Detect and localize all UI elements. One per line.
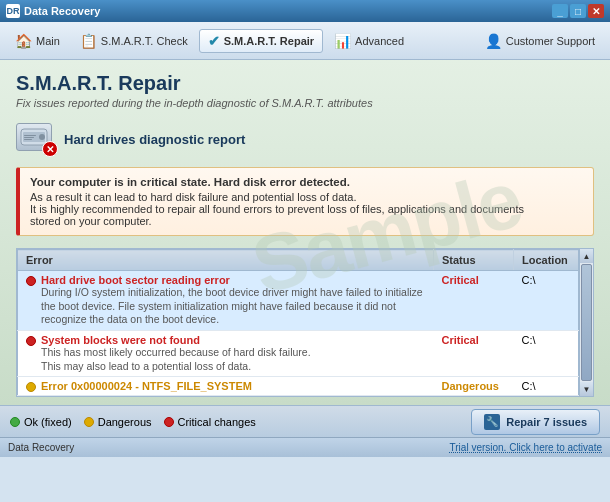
window-controls[interactable]: _ □ ✕ (552, 4, 604, 18)
toolbar-smart-check-label: S.M.A.R.T. Check (101, 35, 188, 47)
status-bar-left: Data Recovery (8, 442, 74, 453)
main-content: Sample S.M.A.R.T. Repair Fix issues repo… (0, 60, 610, 405)
clipboard-icon: 📋 (80, 33, 97, 49)
status-cell-1: Critical (434, 271, 514, 331)
page-subtitle: Fix issues reported during the in-depth … (16, 97, 594, 109)
toolbar-advanced-button[interactable]: 📊 Advanced (325, 29, 413, 53)
svg-rect-4 (24, 137, 34, 138)
title-bar: DR Data Recovery _ □ ✕ (0, 0, 610, 22)
footer: Ok (fixed) Dangerous Critical changes 🔧 … (0, 405, 610, 437)
warning-title: Your computer is in critical state. Hard… (30, 176, 583, 188)
status-dot-red-2 (26, 336, 36, 346)
status-label-2: Critical (442, 334, 479, 346)
toolbar: 🏠 Main 📋 S.M.A.R.T. Check ✔ S.M.A.R.T. R… (0, 22, 610, 60)
repair-icon: 🔧 (484, 414, 500, 430)
toolbar-smart-check-button[interactable]: 📋 S.M.A.R.T. Check (71, 29, 197, 53)
status-bar-right[interactable]: Trial version. Click here to activate (450, 442, 602, 453)
legend-item-ok: Ok (fixed) (10, 416, 72, 428)
error-desc-1: During I/O system initialization, the bo… (41, 286, 423, 325)
legend-dot-red (164, 417, 174, 427)
scroll-up-button[interactable]: ▲ (580, 249, 593, 263)
customer-support-button[interactable]: 👤 Customer Support (476, 29, 604, 53)
status-cell-3: Dangerous (434, 377, 514, 396)
legend-dangerous-label: Dangerous (98, 416, 152, 428)
toolbar-smart-repair-label: S.M.A.R.T. Repair (224, 35, 314, 47)
repair-button[interactable]: 🔧 Repair 7 issues (471, 409, 600, 435)
status-dot-red-1 (26, 276, 36, 286)
location-cell-2: C:\ (514, 330, 579, 376)
location-cell-1: C:\ (514, 271, 579, 331)
svg-point-2 (39, 134, 45, 140)
error-table: Error Status Location Hard drive boot se… (17, 249, 579, 396)
warning-line-1: As a result it can lead to hard disk fai… (30, 191, 357, 203)
table-row[interactable]: Error 0x00000024 - NTFS_FILE_SYSTEM Dang… (18, 377, 579, 396)
table-row[interactable]: Hard drive boot sector reading error Dur… (18, 271, 579, 331)
drive-icon-wrap: ✕ (16, 123, 56, 155)
chart-icon: 📊 (334, 33, 351, 49)
customer-support-label: Customer Support (506, 35, 595, 47)
checkmark-icon: ✔ (208, 33, 220, 49)
warning-box: Your computer is in critical state. Hard… (16, 167, 594, 236)
close-button[interactable]: ✕ (588, 4, 604, 18)
col-header-status: Status (434, 250, 514, 271)
error-cell-3: Error 0x00000024 - NTFS_FILE_SYSTEM (18, 377, 434, 396)
home-icon: 🏠 (15, 33, 32, 49)
minimize-button[interactable]: _ (552, 4, 568, 18)
scroll-down-button[interactable]: ▼ (580, 382, 593, 396)
error-table-container: Error Status Location Hard drive boot se… (16, 248, 594, 397)
error-cell-2: System blocks were not found This has mo… (18, 330, 434, 376)
error-cell-1: Hard drive boot sector reading error Dur… (18, 271, 434, 331)
legend-item-dangerous: Dangerous (84, 416, 152, 428)
error-title-2: System blocks were not found (41, 334, 311, 346)
legend-dot-green (10, 417, 20, 427)
status-label-3: Dangerous (442, 380, 499, 392)
error-title-3: Error 0x00000024 - NTFS_FILE_SYSTEM (41, 380, 252, 392)
drive-header: ✕ Hard drives diagnostic report (16, 123, 594, 155)
location-cell-3: C:\ (514, 377, 579, 396)
status-bar: Data Recovery Trial version. Click here … (0, 437, 610, 457)
legend-item-critical: Critical changes (164, 416, 256, 428)
scrollbar-thumb[interactable] (581, 264, 592, 381)
warning-line-2: It is highly recommended to repair all f… (30, 203, 524, 215)
error-badge: ✕ (42, 141, 58, 157)
app-icon: DR (6, 4, 20, 18)
status-dot-yellow-3 (26, 382, 36, 392)
legend-ok-label: Ok (fixed) (24, 416, 72, 428)
legend-dot-yellow (84, 417, 94, 427)
error-title-1: Hard drive boot sector reading error (41, 274, 426, 286)
drive-report-title: Hard drives diagnostic report (64, 132, 245, 147)
status-cell-2: Critical (434, 330, 514, 376)
repair-button-label: Repair 7 issues (506, 416, 587, 428)
toolbar-smart-repair-button[interactable]: ✔ S.M.A.R.T. Repair (199, 29, 323, 53)
status-label-1: Critical (442, 274, 479, 286)
toolbar-main-button[interactable]: 🏠 Main (6, 29, 69, 53)
warning-line-3: stored on your computer. (30, 215, 152, 227)
app-title: Data Recovery (24, 5, 100, 17)
error-desc-2: This has most likely occurred because of… (41, 346, 311, 372)
legend: Ok (fixed) Dangerous Critical changes (10, 416, 256, 428)
col-header-error: Error (18, 250, 434, 271)
maximize-button[interactable]: □ (570, 4, 586, 18)
toolbar-main-label: Main (36, 35, 60, 47)
svg-rect-5 (24, 139, 32, 140)
svg-rect-3 (24, 135, 36, 136)
legend-critical-label: Critical changes (178, 416, 256, 428)
table-scrollbar[interactable]: ▲ ▼ (579, 249, 593, 396)
col-header-location: Location (514, 250, 579, 271)
support-icon: 👤 (485, 33, 502, 49)
table-row[interactable]: System blocks were not found This has mo… (18, 330, 579, 376)
toolbar-advanced-label: Advanced (355, 35, 404, 47)
page-title: S.M.A.R.T. Repair (16, 72, 594, 95)
